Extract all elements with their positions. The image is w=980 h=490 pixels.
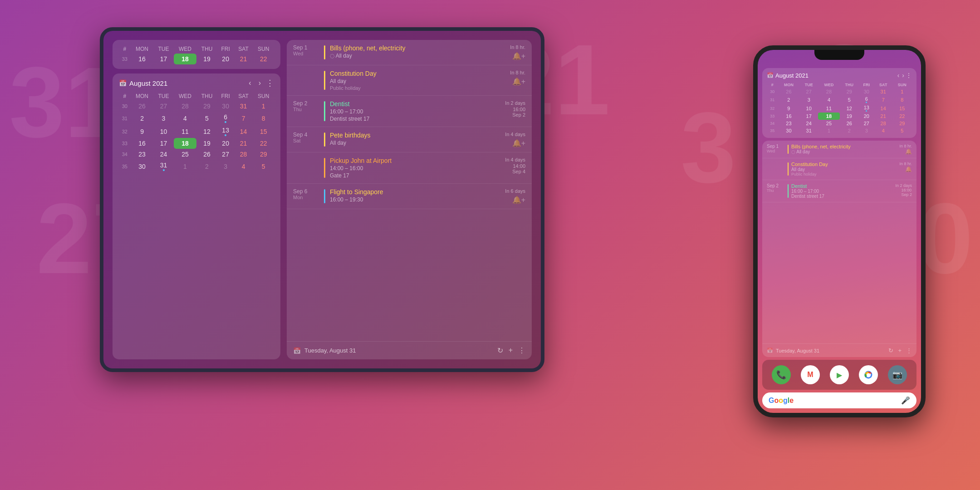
cal-day[interactable]: 31 (874, 88, 892, 95)
cal-day[interactable]: 24 (799, 120, 818, 127)
phone-event-item[interactable]: Constitution Day All day Public holiday … (762, 158, 916, 180)
cal-day[interactable]: 2 (840, 127, 859, 134)
cal-day[interactable]: 28 (174, 101, 197, 112)
cal-day[interactable]: 5 (196, 112, 217, 125)
phone-add-button[interactable]: + (898, 347, 902, 354)
alarm-add-button[interactable]: 🔔+ (512, 52, 525, 60)
cal-day[interactable]: 4 (234, 160, 253, 173)
gmail-app-icon[interactable]: M (801, 365, 820, 384)
alarm-add-button[interactable]: 🔔+ (512, 139, 525, 147)
cal-day[interactable]: 21 (234, 138, 253, 149)
cal-day[interactable]: 12 (840, 104, 859, 113)
cal-day[interactable]: 17 (799, 113, 818, 120)
cal-day[interactable]: 28 (874, 120, 892, 127)
cal-day[interactable]: 7 (874, 95, 892, 104)
cal-day[interactable]: 20 (217, 54, 234, 64)
refresh-button[interactable]: ↻ (497, 346, 503, 355)
next-month-button[interactable]: › (256, 78, 263, 88)
cal-day[interactable]: 22 (253, 54, 274, 64)
cal-day[interactable]: 5 (892, 127, 912, 134)
cal-day[interactable]: 27 (799, 88, 818, 95)
cal-day[interactable]: 25 (818, 120, 839, 127)
google-assistant-icon[interactable]: 🎤 (901, 396, 910, 405)
phone-event-item[interactable]: Sep 2 Thu Dentist 16:00 – 17:00 Dentist … (762, 180, 916, 202)
cal-day[interactable]: 5 (840, 95, 859, 104)
play-app-icon[interactable]: ▶ (830, 365, 849, 384)
cal-day[interactable]: 16 (131, 138, 154, 149)
cal-day[interactable]: 30 (217, 101, 234, 112)
cal-day[interactable]: 27 (153, 101, 173, 112)
phone-calendar-more-button[interactable]: ⋮ (906, 72, 912, 79)
cal-day[interactable]: 20 (859, 113, 874, 120)
cal-day[interactable]: 30 (859, 88, 874, 95)
cal-day[interactable]: 22 (892, 113, 912, 120)
cal-day[interactable]: 1 (818, 127, 839, 134)
cal-day[interactable]: 23 (131, 149, 154, 160)
cal-day[interactable]: 1 (892, 88, 912, 95)
camera-app-icon[interactable]: 📷 (888, 365, 907, 384)
phone-search-bar[interactable]: Google 🎤 (762, 392, 916, 408)
phone-alarm-button[interactable]: 🔔 (905, 148, 912, 155)
cal-day[interactable]: 14 (874, 104, 892, 113)
cal-day[interactable]: 26 (131, 101, 154, 112)
tablet-mini-calendar[interactable]: # MON TUE WED THU FRI SAT SUN (113, 40, 280, 69)
calendar-more-button[interactable]: ⋮ (266, 78, 274, 88)
cal-day[interactable]: 16 (131, 54, 154, 64)
chrome-app-icon[interactable] (859, 365, 878, 384)
cal-day[interactable]: 12 (196, 125, 217, 138)
tablet-full-calendar[interactable]: 📅 August 2021 ‹ › ⋮ # MON TUE WED (113, 74, 280, 359)
cal-day[interactable]: 23 (778, 120, 799, 127)
add-event-button[interactable]: + (509, 346, 513, 355)
event-item[interactable]: Sep 2 Thu Dentist 16:00 – 17:00 Dentist … (287, 96, 532, 127)
cal-day[interactable]: 24 (153, 149, 173, 160)
event-item[interactable]: Sep 4 Sat Pete birthdays All day In 4 da… (287, 127, 532, 152)
cal-day[interactable]: 15 (892, 104, 912, 113)
cal-day[interactable]: 26 (778, 88, 799, 95)
alarm-add-button[interactable]: 🔔+ (512, 196, 525, 204)
cal-day[interactable]: 15 (253, 125, 274, 138)
cal-day[interactable]: 6 (217, 112, 234, 125)
cal-day[interactable]: 30 (131, 160, 154, 173)
phone-alarm-button[interactable]: 🔔 (905, 166, 912, 172)
event-item[interactable]: Constitution Day All day Public holiday … (287, 65, 532, 96)
cal-day[interactable]: 19 (196, 54, 217, 64)
cal-day[interactable]: 26 (196, 149, 217, 160)
event-item[interactable]: Sep 6 Mon Flight to Singapore 16:00 – 19… (287, 184, 532, 209)
cal-day[interactable]: 13 (217, 125, 234, 138)
cal-day[interactable]: 17 (153, 138, 173, 149)
cal-day[interactable]: 4 (174, 112, 197, 125)
cal-day[interactable]: 4 (818, 95, 839, 104)
cal-day[interactable]: 9 (778, 104, 799, 113)
cal-day[interactable]: 13 (859, 104, 874, 113)
cal-day[interactable]: 1 (253, 101, 274, 112)
cal-day[interactable]: 3 (153, 112, 173, 125)
cal-day[interactable]: 28 (234, 149, 253, 160)
cal-day[interactable]: 2 (131, 112, 154, 125)
cal-day-today[interactable]: 18 (818, 113, 839, 120)
phone-prev-month-button[interactable]: ‹ (896, 72, 901, 79)
cal-day[interactable]: 19 (196, 138, 217, 149)
cal-day[interactable]: 11 (818, 104, 839, 113)
prev-month-button[interactable]: ‹ (246, 78, 253, 88)
cal-day[interactable]: 29 (196, 101, 217, 112)
event-item[interactable]: Sep 1 Wed Bills (phone, net, electricity… (287, 40, 532, 65)
phone-more-button[interactable]: ⋮ (906, 347, 912, 354)
cal-day[interactable]: 8 (892, 95, 912, 104)
cal-day[interactable]: 29 (892, 120, 912, 127)
phone-refresh-button[interactable]: ↻ (888, 347, 893, 354)
cal-day[interactable]: 31 (799, 127, 818, 134)
cal-day[interactable]: 28 (818, 88, 839, 95)
cal-day[interactable]: 22 (253, 138, 274, 149)
cal-day[interactable]: 26 (840, 120, 859, 127)
cal-day[interactable]: 29 (840, 88, 859, 95)
cal-day[interactable]: 6 (859, 95, 874, 104)
cal-day[interactable]: 29 (253, 149, 274, 160)
cal-day[interactable]: 1 (174, 160, 197, 173)
cal-day[interactable]: 3 (799, 95, 818, 104)
more-options-button[interactable]: ⋮ (518, 346, 525, 355)
cal-day[interactable]: 8 (253, 112, 274, 125)
cal-day[interactable]: 2 (196, 160, 217, 173)
cal-day-today[interactable]: 18 (174, 54, 197, 64)
cal-day[interactable]: 30 (778, 127, 799, 134)
cal-day[interactable]: 17 (153, 54, 173, 64)
